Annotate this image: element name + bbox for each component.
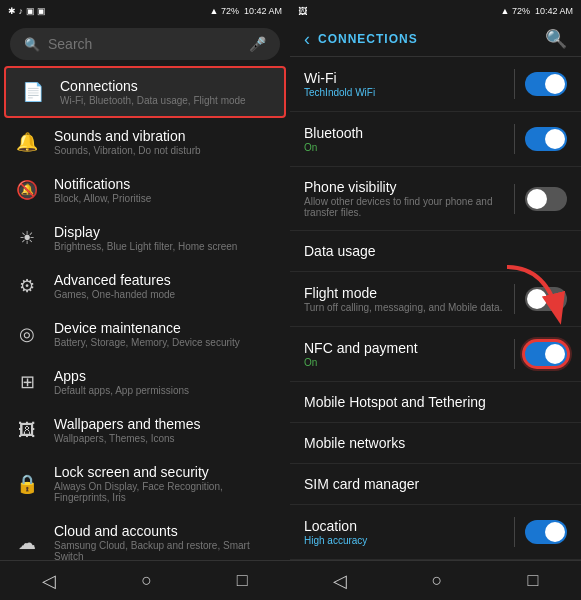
menu-icon-apps: ⊞ [14, 369, 40, 395]
right-back-nav[interactable]: ◁ [333, 570, 347, 592]
conn-text-phone-visibility: Phone visibility Allow other devices to … [304, 179, 504, 218]
conn-text-data-usage: Data usage [304, 243, 567, 259]
mic-icon: 🎤 [249, 36, 266, 52]
home-nav-btn[interactable]: ○ [141, 570, 152, 591]
menu-text-display: Display Brightness, Blue Light filter, H… [54, 224, 237, 252]
back-icon[interactable]: ‹ [304, 29, 310, 50]
conn-title-nfc: NFC and payment [304, 340, 504, 356]
menu-sub-display: Brightness, Blue Light filter, Home scre… [54, 241, 237, 252]
toggle-thumb-bluetooth [545, 129, 565, 149]
toggle-thumb-phone-visibility [527, 189, 547, 209]
divider-nfc [514, 339, 515, 369]
connections-title: CONNECTIONS [318, 32, 418, 46]
conn-item-phone-visibility[interactable]: Phone visibility Allow other devices to … [290, 167, 581, 231]
menu-item-cloud[interactable]: ☁ Cloud and accounts Samsung Cloud, Back… [0, 513, 290, 560]
toggle-bluetooth[interactable] [525, 127, 567, 151]
menu-item-connections[interactable]: 📄 Connections Wi-Fi, Bluetooth, Data usa… [4, 66, 286, 118]
menu-title-maintenance: Device maintenance [54, 320, 240, 336]
conn-item-hotspot[interactable]: Mobile Hotspot and Tethering [290, 382, 581, 423]
conn-title-flight-mode: Flight mode [304, 285, 504, 301]
menu-title-lockscreen: Lock screen and security [54, 464, 276, 480]
menu-text-lockscreen: Lock screen and security Always On Displ… [54, 464, 276, 503]
divider-wifi [514, 69, 515, 99]
right-panel: 🖼 ▲ 72% 10:42 AM ‹ CONNECTIONS 🔍 Wi-Fi T… [290, 0, 581, 600]
conn-text-mobile-networks: Mobile networks [304, 435, 567, 451]
menu-item-notifications[interactable]: 🔕 Notifications Block, Allow, Prioritise [0, 166, 290, 214]
menu-item-wallpapers[interactable]: 🖼 Wallpapers and themes Wallpapers, Them… [0, 406, 290, 454]
left-status-icons: ✱ ♪ ▣ ▣ [8, 6, 46, 16]
menu-sub-cloud: Samsung Cloud, Backup and restore, Smart… [54, 540, 276, 560]
divider-bluetooth [514, 124, 515, 154]
conn-item-flight-mode[interactable]: Flight mode Turn off calling, messaging,… [290, 272, 581, 327]
menu-title-wallpapers: Wallpapers and themes [54, 416, 201, 432]
recents-nav-btn[interactable]: □ [237, 570, 248, 591]
menu-sub-sounds: Sounds, Vibration, Do not disturb [54, 145, 201, 156]
menu-title-notifications: Notifications [54, 176, 151, 192]
menu-icon-sounds: 🔔 [14, 129, 40, 155]
toggle-nfc[interactable] [525, 342, 567, 366]
conn-item-mobile-networks[interactable]: Mobile networks [290, 423, 581, 464]
menu-icon-display: ☀ [14, 225, 40, 251]
right-bottom-nav: ◁ ○ □ [290, 560, 581, 600]
conn-item-location[interactable]: Location High accuracy [290, 505, 581, 560]
divider-location [514, 517, 515, 547]
conn-item-data-usage[interactable]: Data usage [290, 231, 581, 272]
right-home-nav[interactable]: ○ [432, 570, 443, 591]
conn-title-location: Location [304, 518, 504, 534]
conn-text-hotspot: Mobile Hotspot and Tethering [304, 394, 567, 410]
search-input[interactable] [48, 36, 241, 52]
toggle-thumb-nfc [545, 344, 565, 364]
conn-item-bluetooth[interactable]: Bluetooth On [290, 112, 581, 167]
search-bar[interactable]: 🔍 🎤 [10, 28, 280, 60]
menu-icon-cloud: ☁ [14, 530, 40, 556]
toggle-phone-visibility[interactable] [525, 187, 567, 211]
conn-title-sim-manager: SIM card manager [304, 476, 567, 492]
left-panel: ✱ ♪ ▣ ▣ ▲ 72% 10:42 AM 🔍 🎤 📄 Connections… [0, 0, 290, 600]
conn-text-location: Location High accuracy [304, 518, 504, 546]
conn-text-wifi: Wi-Fi TechIndold WiFi [304, 70, 504, 98]
conn-sub-bluetooth: On [304, 142, 504, 153]
conn-sub-phone-visibility: Allow other devices to find your phone a… [304, 196, 504, 218]
conn-sub-nfc: On [304, 357, 504, 368]
menu-text-notifications: Notifications Block, Allow, Prioritise [54, 176, 151, 204]
left-status-bar: ✱ ♪ ▣ ▣ ▲ 72% 10:42 AM [0, 0, 290, 22]
menu-title-apps: Apps [54, 368, 189, 384]
conn-item-wifi[interactable]: Wi-Fi TechIndold WiFi [290, 57, 581, 112]
conn-sub-wifi: TechIndold WiFi [304, 87, 504, 98]
conn-item-nfc[interactable]: NFC and payment On [290, 327, 581, 382]
menu-icon-advanced: ⚙ [14, 273, 40, 299]
menu-item-apps[interactable]: ⊞ Apps Default apps, App permissions [0, 358, 290, 406]
menu-item-advanced[interactable]: ⚙ Advanced features Games, One-handed mo… [0, 262, 290, 310]
conn-sub-flight-mode: Turn off calling, messaging, and Mobile … [304, 302, 504, 313]
menu-text-maintenance: Device maintenance Battery, Storage, Mem… [54, 320, 240, 348]
right-status-left: 🖼 [298, 6, 307, 16]
conn-title-data-usage: Data usage [304, 243, 567, 259]
toggle-location[interactable] [525, 520, 567, 544]
menu-item-lockscreen[interactable]: 🔒 Lock screen and security Always On Dis… [0, 454, 290, 513]
menu-text-advanced: Advanced features Games, One-handed mode [54, 272, 175, 300]
menu-sub-connections: Wi-Fi, Bluetooth, Data usage, Flight mod… [60, 95, 246, 106]
divider-phone-visibility [514, 184, 515, 214]
conn-text-sim-manager: SIM card manager [304, 476, 567, 492]
menu-text-apps: Apps Default apps, App permissions [54, 368, 189, 396]
toggle-wifi[interactable] [525, 72, 567, 96]
toggle-thumb-flight-mode [527, 289, 547, 309]
menu-icon-wallpapers: 🖼 [14, 417, 40, 443]
right-recents-nav[interactable]: □ [528, 570, 539, 591]
toggle-thumb-location [545, 522, 565, 542]
left-bottom-nav: ◁ ○ □ [0, 560, 290, 600]
menu-item-sounds[interactable]: 🔔 Sounds and vibration Sounds, Vibration… [0, 118, 290, 166]
conn-title-mobile-networks: Mobile networks [304, 435, 567, 451]
menu-item-maintenance[interactable]: ◎ Device maintenance Battery, Storage, M… [0, 310, 290, 358]
menu-icon-lockscreen: 🔒 [14, 471, 40, 497]
toggle-flight-mode[interactable] [525, 287, 567, 311]
right-search-icon[interactable]: 🔍 [545, 28, 567, 50]
conn-title-wifi: Wi-Fi [304, 70, 504, 86]
menu-title-display: Display [54, 224, 237, 240]
menu-icon-connections: 📄 [20, 79, 46, 105]
search-icon: 🔍 [24, 37, 40, 52]
conn-item-sim-manager[interactable]: SIM card manager [290, 464, 581, 505]
menu-item-display[interactable]: ☀ Display Brightness, Blue Light filter,… [0, 214, 290, 262]
menu-text-wallpapers: Wallpapers and themes Wallpapers, Themes… [54, 416, 201, 444]
back-nav-btn[interactable]: ◁ [42, 570, 56, 592]
